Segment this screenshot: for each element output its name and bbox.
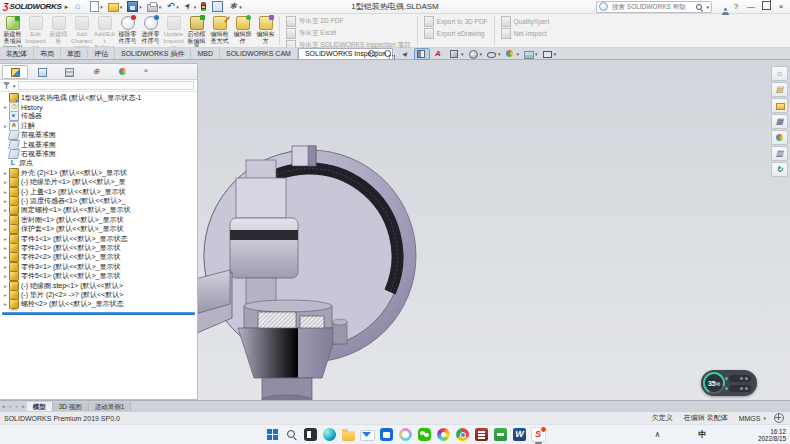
headsup-tool-button[interactable]: ▾ <box>448 48 465 59</box>
featuremanager-tab[interactable]: » <box>137 65 163 79</box>
feature-tree-item[interactable]: ▸ 注解 <box>2 121 197 130</box>
ribbon-button[interactable]: 选择零件序号 <box>139 15 162 47</box>
task-pane-tab[interactable] <box>771 146 788 161</box>
headsup-tool-button[interactable]: ▾ <box>541 48 558 59</box>
feature-tree-item[interactable]: ▸ (-) 温度传感器<1> (默认<<默认>_ <box>2 196 197 205</box>
ribbon-button[interactable]: 新建检查项目 (amp;N) <box>1 15 24 47</box>
commandmanager-tab[interactable]: SOLIDWORKS 插件 <box>115 49 191 59</box>
dropdown-arrow-icon[interactable]: ▾ <box>176 4 179 10</box>
expand-arrow-icon[interactable]: ▸ <box>2 123 9 129</box>
help-search-box[interactable]: ▾ <box>596 1 712 13</box>
featuremanager-tab[interactable] <box>2 65 28 79</box>
expand-arrow-icon[interactable]: ▸ <box>2 104 9 110</box>
taskbar-app-icon[interactable] <box>474 427 489 442</box>
feature-tree-item[interactable]: ▸ 保护套<1> (默认<<默认>_显示状 <box>2 224 197 233</box>
export-menu-item[interactable]: Export to 3D PDF <box>424 16 488 27</box>
graphics-area[interactable]: » ▾ 1型铠装热电偶 (默认<默认_显示状态-1 ▸ History <box>0 60 790 400</box>
feature-tree-item[interactable]: ▸ (-) 垫片 (2)<2> ->? (默认<<默认> <box>2 290 197 299</box>
taskbar-app-icon[interactable] <box>493 427 508 442</box>
export-menu-item[interactable]: 导出至 Excel <box>286 28 411 39</box>
expand-arrow-icon[interactable]: ▸ <box>2 189 9 195</box>
web-help-globe-icon[interactable] <box>774 413 784 423</box>
quick-access-button[interactable] <box>199 1 209 12</box>
expand-arrow-icon[interactable]: ▸ <box>2 292 9 298</box>
feature-tree-item[interactable]: ▸ 配合 <box>2 309 197 311</box>
ribbon-button[interactable]: 编辑检查方式 <box>208 15 231 47</box>
commandmanager-tab[interactable]: MBD <box>191 49 220 59</box>
search-input[interactable] <box>610 2 693 11</box>
menu-expand-arrow[interactable]: ▸ <box>65 3 69 11</box>
feature-tree-item[interactable]: ▸ 零件1<1> (默认<<默认>_显示状态 <box>2 234 197 243</box>
ribbon-button[interactable]: Update Inspection Project <box>162 15 185 47</box>
taskbar-app-icon[interactable] <box>303 427 318 442</box>
filter-input[interactable] <box>18 81 194 90</box>
taskbar-app-icon[interactable] <box>512 427 527 442</box>
taskbar-app-icon[interactable] <box>455 427 470 442</box>
ribbon-button[interactable]: 启动模板编辑器 <box>185 15 208 47</box>
feature-tree-item[interactable]: ▸ 外壳 (2)<1> (默认<<默认>_显示状 <box>2 168 197 177</box>
quick-access-button[interactable]: ▾ <box>145 1 164 12</box>
task-pane-tab[interactable] <box>771 82 788 97</box>
featuremanager-tab[interactable] <box>56 65 82 79</box>
expand-arrow-icon[interactable]: ▸ <box>2 236 9 242</box>
expand-arrow-icon[interactable]: ▸ <box>2 273 9 279</box>
feature-tree-item[interactable]: ▸ 零件2<1> (默认<<默认>_显示状 <box>2 243 197 252</box>
task-pane-tab[interactable] <box>771 98 788 113</box>
dropdown-arrow-icon[interactable]: ▾ <box>194 4 197 10</box>
quick-access-button[interactable]: ▾ <box>227 1 244 12</box>
taskbar-app-icon[interactable] <box>322 427 337 442</box>
search-dropdown-icon[interactable]: ▾ <box>706 4 709 10</box>
taskbar-app-icon[interactable] <box>379 427 394 442</box>
tray-icon[interactable] <box>668 429 677 441</box>
ribbon-button[interactable]: 编辑实方 <box>254 15 277 47</box>
headsup-tool-button[interactable]: ▾ <box>467 48 484 59</box>
task-pane-tab[interactable] <box>771 130 788 145</box>
tray-icon[interactable] <box>728 429 737 441</box>
feature-tree-item[interactable]: ▸ History <box>2 102 197 111</box>
document-tab[interactable]: 3D 视图 <box>53 402 89 411</box>
quick-access-button[interactable]: ▾ <box>106 1 125 12</box>
export-menu-item[interactable]: QualityXpert <box>501 16 550 27</box>
feature-tree-item[interactable]: 1型铠装热电偶 (默认<默认_显示状态-1 <box>2 93 197 102</box>
quick-access-button[interactable]: ▾ <box>164 1 181 12</box>
feature-tree-item[interactable]: ▸ 零件3<1> (默认<<默认>_显示状 <box>2 262 197 271</box>
tray-icon[interactable]: 中 <box>698 429 707 441</box>
expand-arrow-icon[interactable]: ▸ <box>2 301 9 307</box>
quick-access-button[interactable]: ▾ <box>125 1 144 12</box>
screen-overlay-widget[interactable]: 35% <box>701 370 757 396</box>
export-menu-item[interactable]: Net-Inspect <box>501 28 550 39</box>
headsup-tool-button[interactable] <box>432 48 446 59</box>
quick-access-button[interactable]: ▾ <box>88 1 105 12</box>
feature-tree-item[interactable]: 前视基准面 <box>2 131 197 140</box>
ribbon-button[interactable]: 编辑操作 <box>231 15 254 47</box>
taskbar-clock[interactable]: 16:12 2022/8/15 <box>758 428 786 442</box>
zoom-percent-ring[interactable]: 35% <box>703 372 725 394</box>
feature-tree-item[interactable]: ▸ (-) 绝缘圈.step<1> (默认<<默认> <box>2 281 197 290</box>
headsup-tool-button[interactable] <box>366 48 380 59</box>
tray-icon[interactable] <box>683 429 692 441</box>
task-pane-tab[interactable] <box>771 162 788 177</box>
taskbar-app-icon[interactable] <box>360 427 375 442</box>
dropdown-arrow-icon[interactable]: ▾ <box>498 51 501 57</box>
commandmanager-tab[interactable]: SOLIDWORKS CAM <box>220 49 298 59</box>
headsup-tool-button[interactable] <box>414 48 430 60</box>
feature-tree-item[interactable]: ▸ 零件2<2> (默认<<默认>_显示状 <box>2 253 197 262</box>
feature-tree-item[interactable]: 原点 <box>2 159 197 168</box>
feature-tree-item[interactable]: ▸ (-) 绝缘垫片<1> (默认<<默认>_显 <box>2 178 197 187</box>
expand-arrow-icon[interactable]: ▸ <box>2 245 9 251</box>
tray-icon[interactable] <box>743 429 752 441</box>
export-menu-item[interactable]: Export eDrawing <box>424 28 488 39</box>
help-button[interactable]: ? <box>730 1 742 12</box>
task-pane-tab[interactable] <box>771 114 788 129</box>
ribbon-button[interactable]: Add/Edit Balloons <box>93 15 116 47</box>
dropdown-arrow-icon[interactable]: ▾ <box>535 51 538 57</box>
tray-icon[interactable]: ∧ <box>653 429 662 441</box>
feature-tree-item[interactable]: ▸ 固定螺栓<1> (默认<<默认>_显示状 <box>2 206 197 215</box>
headsup-tool-button[interactable]: ▾ <box>504 48 521 59</box>
ribbon-button[interactable]: 移除零件序号 <box>116 15 139 47</box>
quick-access-button[interactable] <box>73 1 87 12</box>
expand-arrow-icon[interactable]: ▸ <box>2 170 9 176</box>
feature-tree-item[interactable]: 右视基准面 <box>2 149 197 158</box>
dropdown-arrow-icon[interactable]: ▾ <box>554 51 557 57</box>
expand-arrow-icon[interactable]: ▸ <box>2 283 9 289</box>
